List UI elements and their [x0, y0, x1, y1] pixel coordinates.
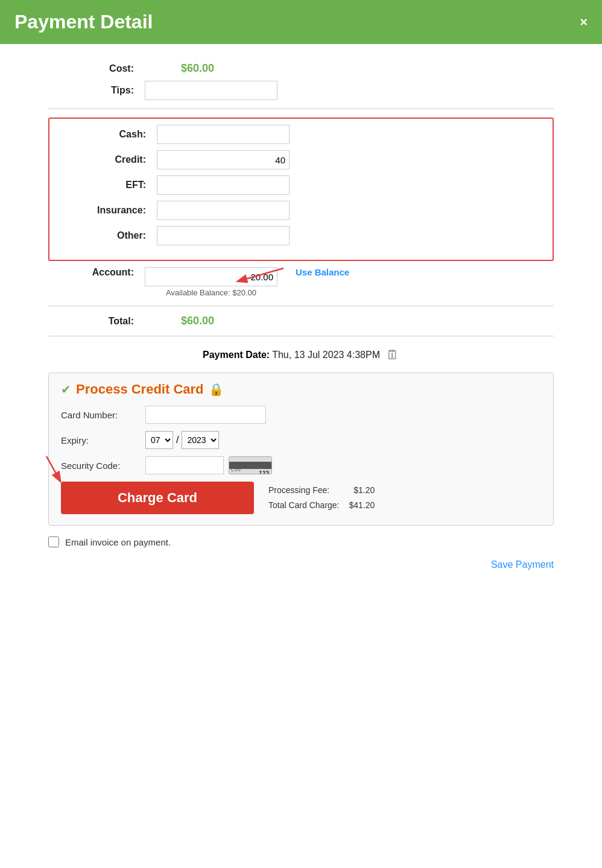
cost-label: Cost: — [48, 63, 145, 74]
divider-2 — [48, 306, 554, 306]
processing-fee-value: $1.20 — [349, 483, 375, 498]
total-label: Total: — [48, 316, 145, 327]
charge-fees-values: $1.20 $41.20 — [349, 483, 375, 513]
payment-date-value: Thu, 13 Jul 2023 4:38PM — [272, 350, 380, 360]
expiry-year-select[interactable]: 202320242025 202620272028 — [182, 431, 219, 449]
credit-input[interactable] — [157, 150, 290, 169]
expiry-label: Expiry: — [61, 435, 145, 445]
tips-input[interactable] — [145, 81, 277, 100]
content-area: Cost: $60.00 Tips: Cash: Credit: EFT: In… — [0, 44, 602, 599]
total-card-charge-label: Total Card Charge: — [268, 498, 340, 513]
account-label: Account: — [48, 267, 145, 278]
charge-row: Charge Card Processing Fee: Total Card C… — [61, 482, 541, 514]
email-invoice-checkbox[interactable] — [48, 536, 59, 547]
cost-value: $60.00 — [181, 62, 214, 75]
total-row: Total: $60.00 — [48, 315, 554, 327]
charge-card-button[interactable]: Charge Card — [61, 482, 254, 514]
email-invoice-label: Email invoice on payment. — [65, 537, 171, 547]
security-code-label: Security Code: — [61, 461, 145, 471]
card-number-label: Card Number: — [61, 410, 145, 420]
divider-1 — [48, 108, 554, 109]
card-number-row: Card Number: — [61, 406, 541, 424]
close-button[interactable]: × — [580, 14, 588, 30]
insurance-input[interactable] — [157, 201, 290, 220]
other-row: Other: — [60, 226, 542, 245]
expiry-separator: / — [176, 435, 179, 445]
save-payment-row: Save Payment — [48, 559, 554, 581]
payment-date-row: Payment Date: Thu, 13 Jul 2023 4:38PM 🗓 — [48, 347, 554, 363]
payment-date-label: Payment Date: — [203, 350, 270, 360]
eft-input[interactable] — [157, 175, 290, 195]
process-cc-title: Process Credit Card — [76, 382, 204, 397]
svg-line-3 — [46, 456, 59, 478]
email-row: Email invoice on payment. — [48, 536, 554, 547]
account-row: Account: Available Balance: $20.00 Use B… — [48, 267, 554, 297]
security-arrow-annotation — [34, 456, 65, 483]
cash-input[interactable] — [157, 125, 290, 144]
credit-label: Credit: — [60, 154, 157, 165]
total-value: $60.00 — [181, 315, 214, 327]
credit-row: Credit: — [60, 150, 542, 169]
charge-fees-labels: Processing Fee: Total Card Charge: — [268, 483, 340, 513]
cash-label: Cash: — [60, 129, 157, 140]
available-balance: Available Balance: $20.00 — [145, 288, 277, 297]
eft-row: EFT: — [60, 175, 542, 195]
payment-section: Cash: Credit: EFT: Insurance: Other: — [48, 118, 554, 261]
lock-icon: 🔒 — [209, 382, 224, 397]
other-label: Other: — [60, 230, 157, 241]
process-cc-header: ✔ Process Credit Card 🔒 — [61, 382, 541, 397]
use-balance-link[interactable]: Use Balance — [296, 267, 349, 277]
tips-row: Tips: — [48, 81, 554, 100]
cvv-image: 123 CVV — [229, 456, 272, 474]
svg-line-1 — [241, 268, 284, 280]
other-input[interactable] — [157, 226, 290, 245]
total-card-charge-value: $41.20 — [349, 498, 375, 513]
process-cc-section: ✔ Process Credit Card 🔒 Card Number: Exp… — [48, 373, 554, 526]
divider-3 — [48, 336, 554, 336]
arrow-annotation — [235, 262, 290, 286]
charge-fees-row: Processing Fee: Total Card Charge: $1.20… — [268, 483, 375, 513]
tips-label: Tips: — [48, 85, 145, 96]
page-title: Payment Detail — [14, 11, 153, 33]
security-wrap: 123 CVV — [145, 456, 272, 474]
eft-label: EFT: — [60, 180, 157, 190]
cash-row: Cash: — [60, 125, 542, 144]
security-code-input[interactable] — [145, 456, 224, 474]
expiry-row: Expiry: 01020304 05060708 09101112 / 202… — [61, 431, 541, 449]
processing-fee-label: Processing Fee: — [268, 483, 340, 498]
card-number-input[interactable] — [145, 406, 266, 424]
cost-row: Cost: $60.00 — [48, 62, 554, 75]
calendar-icon[interactable]: 🗓 — [386, 347, 399, 363]
security-code-row: Security Code: 123 CVV — [61, 456, 541, 474]
insurance-label: Insurance: — [60, 205, 157, 216]
dialog-header: Payment Detail × — [0, 0, 602, 44]
chevron-icon: ✔ — [61, 382, 71, 397]
insurance-row: Insurance: — [60, 201, 542, 220]
save-payment-link[interactable]: Save Payment — [491, 559, 554, 570]
expiry-month-select[interactable]: 01020304 05060708 09101112 — [145, 431, 173, 449]
